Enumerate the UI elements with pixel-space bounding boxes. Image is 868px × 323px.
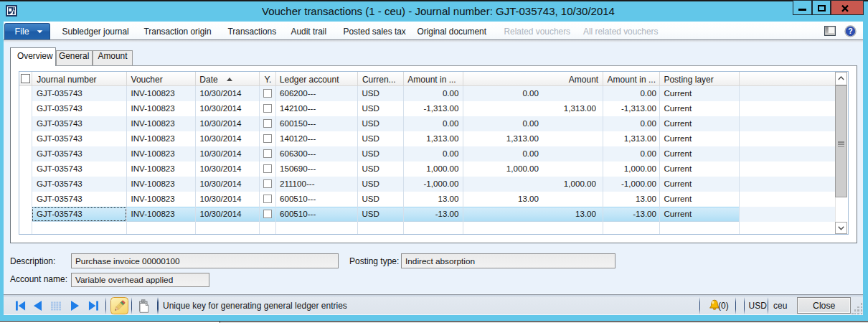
svg-text:?: ? xyxy=(848,27,852,35)
